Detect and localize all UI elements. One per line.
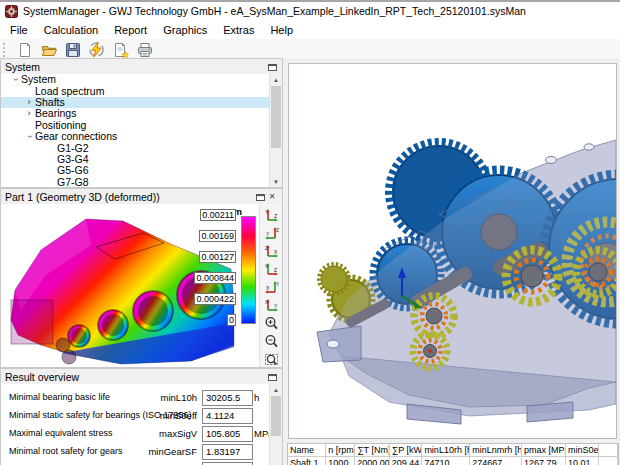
zoom-window-button[interactable] <box>262 351 281 367</box>
col-clipped <box>599 444 618 457</box>
tree-item-label: System <box>21 74 56 85</box>
result-symbol: maxSigV <box>119 428 197 439</box>
table-row-shaft1[interactable]: Shaft 1 1000 2000.00 209.44 74710 274667… <box>288 457 618 465</box>
tree-item-g7-g8[interactable]: G7-G8 <box>1 177 282 187</box>
tree-item-label: G5-G6 <box>57 165 89 176</box>
view-toolbar: YZ ZY ZX XZ YX XY <box>259 204 282 367</box>
cell-clipped <box>599 457 618 465</box>
menu-bar: File Calculation Report Graphics Extras … <box>0 20 620 39</box>
save-button[interactable] <box>62 40 83 59</box>
result-value-field[interactable]: 30205.5 <box>202 390 253 406</box>
tree-scrollbar[interactable]: ▲ ▼ <box>269 74 282 187</box>
result-value-field[interactable]: 105.805 <box>202 426 253 442</box>
part1-viewport[interactable]: mm 0.00211 0.00169 0.00127 0.000844 0.00… <box>1 204 282 367</box>
menu-file[interactable]: File <box>2 22 36 38</box>
svg-text:X: X <box>266 285 270 291</box>
cell-name: Shaft 1 <box>288 457 326 465</box>
menu-calculation[interactable]: Calculation <box>36 22 106 38</box>
svg-text:X: X <box>274 249 278 255</box>
print-button[interactable] <box>134 40 155 59</box>
scrollbar-thumb[interactable] <box>271 396 281 436</box>
result-label: Minimal root safety for gears <box>9 446 123 456</box>
report-icon <box>113 42 129 58</box>
float-window-icon[interactable] <box>266 61 278 72</box>
result-value-field[interactable]: 4.1124 <box>202 408 253 424</box>
float-window-icon[interactable] <box>266 371 278 382</box>
close-icon[interactable]: ✕ <box>266 191 278 202</box>
result-label: Maximal equivalent stress <box>9 428 113 438</box>
tree-item-g3-g4[interactable]: G3-G4 <box>1 154 282 165</box>
cell-power: 209.44 <box>390 457 423 465</box>
menu-help[interactable]: Help <box>262 22 301 38</box>
color-scale-bar <box>241 216 256 324</box>
float-window-icon[interactable] <box>254 191 266 202</box>
legend-value: 0.00169 <box>199 230 236 242</box>
tree-item-g1-g2[interactable]: G1-G2 <box>1 142 282 153</box>
view-xy-button[interactable]: XY <box>262 297 281 313</box>
result-value-field[interactable]: 1.83197 <box>202 444 253 460</box>
cell-minL10rh: 74710 <box>422 457 470 465</box>
view-xz-button[interactable]: XZ <box>262 261 281 277</box>
new-file-icon <box>17 42 33 58</box>
report-button[interactable] <box>110 40 131 59</box>
svg-text:Z: Z <box>265 245 268 251</box>
part1-panel-header: Part 1 (Geometry 3D (deformed)) ✕ <box>1 189 282 205</box>
tree-item-label: Bearings <box>35 108 76 119</box>
part1-panel-title: Part 1 (Geometry 3D (deformed)) <box>5 191 254 203</box>
cell-n-rpm: 1000 <box>326 457 355 465</box>
tree-item-g5-g6[interactable]: G5-G6 <box>1 165 282 176</box>
tree-item-label: Shafts <box>35 97 65 108</box>
expander-icon[interactable]: › <box>23 108 35 119</box>
svg-text:Y: Y <box>274 303 278 309</box>
view-zx-button[interactable]: ZX <box>262 243 281 259</box>
zoom-out-button[interactable] <box>262 333 281 349</box>
result-row: Minimal static safety for bearings (ISO … <box>1 408 269 424</box>
gearbox-3d-view[interactable] <box>288 63 617 439</box>
svg-text:Y: Y <box>266 231 270 237</box>
result-symbol: minL10h <box>119 392 197 403</box>
legend-value: 0.000422 <box>194 293 236 305</box>
new-file-button[interactable] <box>14 40 35 59</box>
menu-extras[interactable]: Extras <box>215 22 262 38</box>
system-panel: System › System Load spectrum › Shafts ›… <box>0 58 283 188</box>
svg-text:Y: Y <box>276 281 279 287</box>
results-scrollbar[interactable]: ▲ <box>269 384 282 465</box>
cell-torque: 2000.00 <box>355 457 390 465</box>
scroll-up-icon[interactable]: ▲ <box>270 74 282 85</box>
system-panel-header: System <box>1 59 282 75</box>
expander-icon[interactable]: › <box>23 97 35 108</box>
menu-graphics[interactable]: Graphics <box>155 22 215 38</box>
col-minLnmrh: minLnmrh [h] <box>470 444 522 457</box>
cell-minS0eff: 10.01 <box>566 457 599 465</box>
view-zy-button[interactable]: ZY <box>262 225 281 241</box>
result-symbol: minGearSF <box>119 446 197 457</box>
col-torque: ∑T [Nm] <box>355 444 390 457</box>
shaft-results-table[interactable]: Name n [rpm] ∑T [Nm] ∑P [kW] minL10rh [h… <box>287 443 619 465</box>
zoom-in-button[interactable] <box>262 315 281 331</box>
expander-icon[interactable]: › <box>10 74 21 86</box>
scroll-down-icon[interactable]: ▼ <box>270 176 282 187</box>
toolbar-grip[interactable] <box>3 43 8 57</box>
results-list: Minimal bearing basic life minL10h 30205… <box>1 384 282 465</box>
scrollbar-thumb[interactable] <box>271 86 281 148</box>
title-bar: SystemManager - GWJ Technology GmbH - eA… <box>0 2 620 20</box>
col-power: ∑P [kW] <box>390 444 423 457</box>
tree-item-gear-connections[interactable]: › Gear connections <box>1 131 282 142</box>
app-icon <box>5 5 18 18</box>
calculate-button[interactable] <box>86 40 107 59</box>
result-symbol: minS0eff <box>119 410 197 421</box>
view-yx-button[interactable]: YX <box>262 279 281 295</box>
col-n-rpm: n [rpm] <box>326 444 355 457</box>
expander-icon[interactable]: › <box>24 131 35 143</box>
col-pmax: pmax [MPa] <box>522 444 566 457</box>
legend-value: 0.00211 <box>200 209 236 221</box>
tree-item-system[interactable]: › System <box>1 74 282 85</box>
open-file-button[interactable] <box>38 40 59 59</box>
save-icon <box>65 42 81 58</box>
view-yz-button[interactable]: YZ <box>262 207 281 223</box>
menu-report[interactable]: Report <box>106 22 155 38</box>
scroll-up-icon[interactable]: ▲ <box>270 384 282 395</box>
tree-item-bearings[interactable]: › Bearings <box>1 108 282 119</box>
result-row: Minimal bearing basic life minL10h 30205… <box>1 390 269 406</box>
tree-item-label: G3-G4 <box>57 154 89 165</box>
